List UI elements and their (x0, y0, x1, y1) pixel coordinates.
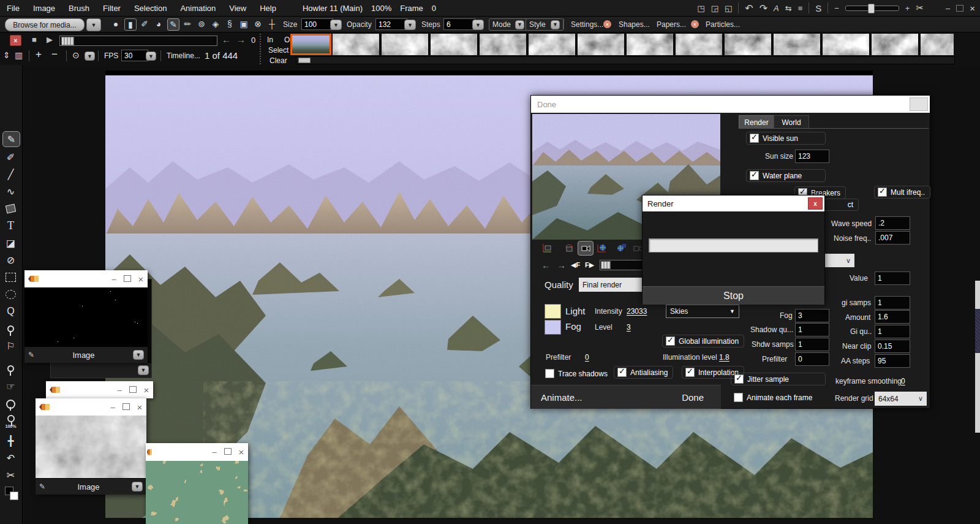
next-frame-icon[interactable]: → (236, 34, 246, 45)
image-type-dropdown[interactable]: ▼ (132, 482, 143, 492)
pen-tool[interactable]: ✎ (2, 131, 20, 147)
illumination-level-value[interactable]: 1.8 (719, 353, 729, 362)
maximize-button[interactable] (121, 275, 134, 284)
frame-scrubber[interactable] (59, 36, 217, 46)
window-titlebar[interactable]: – × (36, 398, 146, 416)
gi-qu-field[interactable]: 1 (875, 325, 910, 338)
checkbox-icon[interactable] (617, 368, 627, 377)
fps-dropdown[interactable]: ▼ (146, 51, 156, 61)
close-button[interactable]: × (134, 274, 148, 284)
in-button[interactable]: In (267, 36, 273, 44)
timeline-button[interactable]: Timeline... (167, 51, 200, 60)
knife-icon[interactable]: ✂ (916, 2, 924, 13)
puppet-scale-icon[interactable]: ◱ (725, 4, 732, 13)
keyframe-back-icon[interactable]: ◀F (571, 261, 580, 269)
paint-bucket-icon[interactable]: ✐ (139, 18, 150, 29)
round-brush-icon[interactable]: ◕ (153, 18, 164, 29)
papers-close-icon[interactable]: × (691, 20, 699, 28)
tab-world[interactable]: World (774, 115, 809, 129)
noise-freq-field[interactable]: .007 (875, 231, 910, 245)
menu-animation[interactable]: Animation (173, 4, 222, 13)
zoom-tool[interactable] (2, 397, 19, 411)
world-move-button[interactable] (595, 241, 609, 255)
lines-icon[interactable]: ≡ (798, 4, 803, 13)
play-icon[interactable]: ▶ (47, 35, 53, 44)
water-plane-checkbox[interactable]: Water plane (746, 169, 826, 182)
checkbox-icon[interactable] (734, 393, 743, 402)
restore-button[interactable] (956, 5, 963, 12)
skies-dropdown[interactable]: Skies ▼ (666, 305, 739, 318)
plasma-noise-image[interactable] (36, 416, 146, 478)
camera-rotate-button[interactable] (562, 241, 576, 255)
mult-ifreq-checkbox[interactable]: Mult ifreq.. (874, 186, 930, 199)
image-window-hidden-titlebar[interactable]: – × (46, 381, 153, 398)
opacity-dropdown[interactable]: ▼ (404, 20, 416, 30)
dialog-titlebar[interactable]: Done (531, 96, 930, 113)
trace-shadows-checkbox[interactable]: Trace shadows (545, 367, 613, 380)
filmstrip-scrollbar-thumb[interactable] (298, 58, 311, 63)
puppet-rotate-icon[interactable]: ◲ (711, 4, 718, 13)
close-button[interactable]: × (133, 402, 146, 412)
prefilter-value[interactable]: 0 (585, 353, 589, 362)
diamond-brush-icon[interactable]: ◈ (210, 18, 221, 29)
browse-media-button[interactable]: Browse for media... (5, 18, 85, 31)
picker-pen-icon[interactable]: ✎ (28, 351, 34, 359)
level-value[interactable]: 3 (627, 323, 631, 332)
camera-view-button[interactable] (578, 241, 594, 256)
checkbox-icon[interactable] (666, 336, 675, 346)
picker-pen-icon[interactable]: ✎ (39, 482, 45, 491)
mode-dropdown[interactable]: Mode ▼ (489, 18, 528, 31)
dialog-titlebar[interactable]: Render x (643, 196, 824, 211)
image-window-terrain[interactable]: – × (146, 443, 248, 524)
gi-samps-field[interactable]: 1 (875, 296, 910, 309)
redo-icon[interactable]: ↷ (760, 2, 767, 14)
checkbox-icon[interactable] (685, 368, 695, 377)
maximize-button[interactable] (126, 385, 140, 395)
menu-image[interactable]: Image (26, 4, 62, 13)
checkbox-icon[interactable] (734, 374, 744, 384)
opacity-field[interactable]: 132 (375, 18, 407, 30)
filmstrip-scrollbar[interactable] (296, 56, 955, 64)
eraser-icon[interactable]: ⊗ (252, 18, 263, 29)
keyframe-pin-tool[interactable] (2, 361, 19, 376)
image-type-label[interactable]: Image (34, 351, 133, 360)
frame-scrubber-thumb[interactable] (61, 37, 74, 45)
cut-tool[interactable]: ✂ (2, 468, 19, 482)
visible-sun-checkbox[interactable]: Visible sun (746, 132, 826, 145)
bulb-dropdown[interactable]: ▼ (85, 51, 95, 61)
prefilter-right-field[interactable]: 0 (795, 352, 829, 366)
papers-button[interactable]: Papers... (657, 20, 686, 29)
pin-tool[interactable] (2, 321, 19, 336)
rect-select-tool[interactable] (2, 270, 19, 284)
light-color-swatch[interactable] (545, 304, 561, 319)
right-scrollbar[interactable] (975, 281, 980, 433)
dot-brush-icon[interactable]: ● (110, 18, 121, 29)
preview-scrubber-thumb[interactable] (601, 261, 611, 269)
swap-icon[interactable]: ⇆ (785, 4, 792, 13)
move-tool[interactable]: ╋ (2, 433, 19, 448)
select-button[interactable]: Select (268, 46, 288, 55)
intensity-value[interactable]: 23033 (627, 307, 647, 316)
browse-media-dropdown[interactable]: ▼ (86, 18, 101, 31)
terrain-map-image[interactable] (146, 461, 248, 524)
maximize-button[interactable] (221, 447, 235, 457)
zoom-slider[interactable] (845, 6, 899, 11)
global-illumination-checkbox[interactable]: Global illumination (662, 335, 744, 347)
maximize-button[interactable] (119, 403, 133, 412)
fps-field[interactable]: 30 (121, 50, 148, 61)
minimize-button[interactable]: – (106, 403, 119, 412)
marker-pen-icon[interactable]: ✎ (167, 18, 179, 31)
window-titlebar[interactable]: – × (24, 270, 148, 287)
next-keyframe-icon[interactable]: → (557, 260, 566, 270)
minimize-button[interactable]: – (946, 4, 950, 13)
film-icon[interactable]: ▥ (15, 50, 23, 60)
checkbox-icon[interactable] (545, 369, 554, 378)
menu-selection[interactable]: Selection (127, 4, 173, 13)
close-button[interactable]: x (808, 197, 823, 210)
close-button[interactable]: × (235, 447, 248, 457)
curve-tool[interactable]: ∿ (2, 184, 19, 199)
sun-size-field[interactable]: 123 (795, 150, 829, 163)
steps-dropdown[interactable]: ▼ (472, 20, 484, 30)
settings-button[interactable]: Settings... (571, 20, 603, 29)
preview-scrubber[interactable] (600, 260, 647, 270)
